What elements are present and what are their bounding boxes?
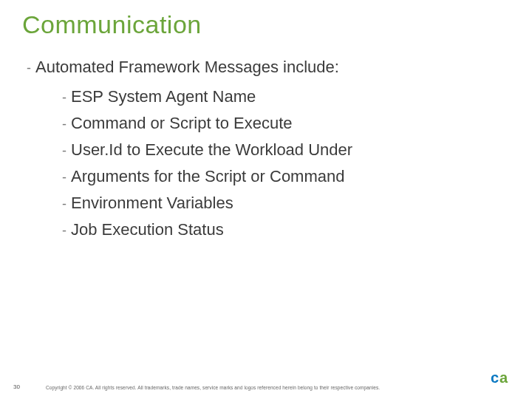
sub-bullets: - ESP System Agent Name - Command or Scr… — [62, 87, 502, 239]
ca-logo-icon: c a — [491, 369, 516, 387]
bullet-text: Job Execution Status — [71, 220, 224, 239]
slide: Communication - Automated Framework Mess… — [0, 0, 532, 399]
list-item: - ESP System Agent Name — [62, 87, 502, 106]
svg-text:a: a — [499, 369, 508, 386]
dash-icon: - — [62, 89, 66, 106]
list-item: - Job Execution Status — [62, 220, 502, 239]
slide-footer: 30 Copyright © 2006 CA. All rights reser… — [0, 374, 532, 392]
dash-icon: - — [62, 116, 66, 132]
list-item: - Command or Script to Execute — [62, 114, 502, 133]
page-number: 30 — [13, 383, 20, 390]
dash-icon: - — [62, 222, 66, 239]
bullet-text: Command or Script to Execute — [71, 114, 293, 133]
copyright-text: Copyright © 2006 CA. All rights reserved… — [46, 385, 380, 390]
bullet-text: ESP System Agent Name — [71, 87, 256, 106]
list-item: - Environment Variables — [62, 194, 502, 213]
bullet-text: Environment Variables — [71, 194, 233, 213]
dash-icon: - — [62, 143, 66, 159]
intro-bullet: - Automated Framework Messages include: — [27, 58, 502, 77]
dash-icon: - — [62, 196, 66, 212]
bullet-text: Arguments for the Script or Command — [71, 167, 344, 186]
bullet-text: User.Id to Execute the Workload Under — [71, 140, 352, 160]
slide-title: Communication — [22, 10, 202, 39]
intro-text: Automated Framework Messages include: — [35, 58, 339, 77]
list-item: - User.Id to Execute the Workload Under — [62, 140, 502, 160]
list-item: - Arguments for the Script or Command — [62, 167, 502, 186]
slide-body: - Automated Framework Messages include: … — [27, 58, 502, 244]
svg-text:c: c — [491, 369, 499, 386]
dash-icon: - — [27, 60, 31, 76]
dash-icon: - — [62, 169, 66, 185]
